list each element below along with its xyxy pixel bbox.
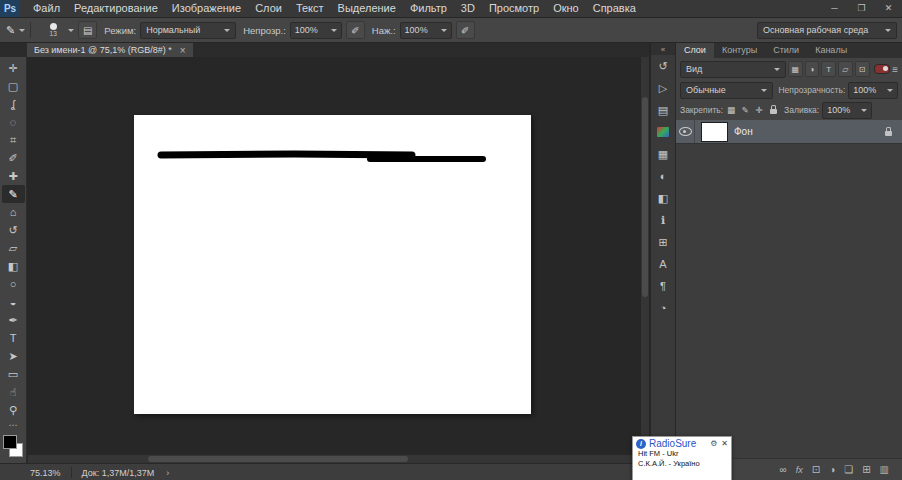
link-layers-icon[interactable]: ∞ bbox=[780, 464, 787, 475]
opacity-field[interactable]: 100% bbox=[290, 22, 342, 39]
history-brush-tool[interactable]: ↺ bbox=[2, 221, 25, 239]
airbrush-button[interactable]: ✐ bbox=[456, 21, 475, 39]
filter-pixel-layers-button[interactable]: ▦ bbox=[788, 61, 803, 77]
new-layer-icon[interactable]: ⊞ bbox=[862, 464, 870, 475]
history-panel-button[interactable]: ↺ bbox=[652, 55, 674, 77]
rectangle-tool[interactable]: ▭ bbox=[2, 365, 25, 383]
blend-mode-dropdown[interactable]: Нормальный bbox=[140, 22, 236, 39]
filter-type-layers-button[interactable]: T bbox=[821, 61, 836, 77]
scrollbar-thumb[interactable] bbox=[642, 97, 648, 297]
character-panel-button[interactable]: А bbox=[652, 253, 674, 275]
rectangular-marquee-tool[interactable]: ▢ bbox=[2, 77, 25, 95]
quick-selection-tool[interactable]: ◌ bbox=[2, 113, 25, 131]
filter-shape-layers-button[interactable]: ▱ bbox=[838, 61, 853, 77]
menu-window[interactable]: Окно bbox=[546, 0, 586, 17]
filter-smart-objects-button[interactable]: ⊡ bbox=[855, 61, 870, 77]
close-icon[interactable]: × bbox=[180, 45, 186, 56]
brush-tool[interactable]: ✎ bbox=[2, 185, 25, 203]
spot-healing-brush-tool[interactable]: ✚ bbox=[2, 167, 25, 185]
close-icon[interactable]: ✕ bbox=[721, 439, 728, 448]
canvas[interactable] bbox=[134, 115, 531, 414]
new-adjustment-layer-icon[interactable]: ◑ bbox=[829, 464, 835, 475]
add-layer-mask-icon[interactable]: ⊡ bbox=[812, 464, 820, 475]
fill-field[interactable]: 100% bbox=[822, 102, 872, 119]
layer-visibility-toggle[interactable] bbox=[676, 120, 695, 143]
brush-panel-toggle-button[interactable]: ▤ bbox=[78, 21, 97, 39]
dodge-tool[interactable]: ◒ bbox=[2, 293, 25, 311]
scrollbar-thumb[interactable] bbox=[148, 456, 408, 462]
menu-help[interactable]: Справка bbox=[586, 0, 643, 17]
lock-all-button[interactable] bbox=[767, 104, 779, 117]
menu-type[interactable]: Текст bbox=[289, 0, 331, 17]
new-group-icon[interactable]: ❏ bbox=[844, 464, 853, 475]
menu-3d[interactable]: 3D bbox=[454, 0, 482, 17]
styles-panel-button[interactable]: ◧ bbox=[652, 187, 674, 209]
menu-view[interactable]: Просмотр bbox=[482, 0, 546, 17]
edit-toolbar-button[interactable]: ⋯ bbox=[2, 419, 25, 431]
pressure-opacity-button[interactable]: ✐ bbox=[346, 21, 365, 39]
clone-stamp-tool[interactable]: ⌂ bbox=[2, 203, 25, 221]
pen-tool[interactable]: ✒ bbox=[2, 311, 25, 329]
hand-tool[interactable]: ☝ bbox=[2, 383, 25, 401]
menu-edit[interactable]: Редактирование bbox=[67, 0, 165, 17]
filter-adjustment-layers-button[interactable]: ◑ bbox=[805, 61, 820, 77]
menu-filter[interactable]: Фильтр bbox=[403, 0, 454, 17]
tab-paths[interactable]: Контуры bbox=[714, 43, 765, 58]
move-tool[interactable]: ✛ bbox=[2, 59, 25, 77]
flow-field[interactable]: 100% bbox=[400, 22, 452, 39]
minimize-icon[interactable]: ─ bbox=[821, 0, 848, 17]
tab-layers[interactable]: Слои bbox=[676, 43, 714, 58]
layer-opacity-field[interactable]: 100% bbox=[848, 82, 898, 99]
tab-channels[interactable]: Каналы bbox=[807, 43, 855, 58]
zoom-level-field[interactable]: 75.13% bbox=[30, 468, 61, 478]
expand-dock-button[interactable]: « bbox=[651, 43, 675, 55]
zoom-tool[interactable]: ⚲ bbox=[2, 401, 25, 419]
lock-transparency-button[interactable]: ▦ bbox=[725, 104, 737, 117]
canvas-area[interactable] bbox=[28, 57, 641, 455]
brush-preset-picker[interactable]: 13 bbox=[42, 23, 74, 37]
blur-tool[interactable]: ○ bbox=[2, 275, 25, 293]
menu-select[interactable]: Выделение bbox=[331, 0, 403, 17]
menu-file[interactable]: Файл bbox=[26, 0, 67, 17]
eraser-tool[interactable]: ▱ bbox=[2, 239, 25, 257]
vertical-scrollbar[interactable] bbox=[641, 57, 649, 455]
layer-effects-icon[interactable]: fx bbox=[796, 465, 803, 475]
adjustments-panel-button[interactable]: ◐ bbox=[652, 165, 674, 187]
lasso-tool[interactable]: ʆ bbox=[2, 95, 25, 113]
wrench-icon[interactable]: ⚙ bbox=[710, 439, 717, 448]
close-icon[interactable]: ✕ bbox=[875, 0, 902, 17]
menu-layers[interactable]: Слои bbox=[248, 0, 289, 17]
swatches-panel-button[interactable]: ▦ bbox=[652, 143, 674, 165]
delete-layer-icon[interactable]: ▥ bbox=[880, 464, 889, 475]
type-tool[interactable]: T bbox=[2, 329, 25, 347]
info-panel-button[interactable]: ℹ bbox=[652, 209, 674, 231]
menu-image[interactable]: Изображение bbox=[165, 0, 248, 17]
lock-pixels-button[interactable]: ✎ bbox=[739, 104, 751, 117]
color-panel-button[interactable] bbox=[652, 121, 674, 143]
paragraph-panel-button[interactable]: ¶ bbox=[652, 275, 674, 297]
document-tab[interactable]: Без имени-1 @ 75,1% (RGB/8#) * × bbox=[27, 43, 193, 57]
workspace-dropdown[interactable]: Основная рабочая среда bbox=[757, 22, 897, 39]
eyedropper-tool[interactable]: ✐ bbox=[2, 149, 25, 167]
horizontal-scrollbar[interactable] bbox=[28, 455, 641, 463]
panel-menu-icon[interactable]: ≡ bbox=[892, 64, 898, 75]
layer-blend-mode-dropdown[interactable]: Обычные bbox=[680, 82, 773, 99]
crop-tool[interactable]: ⌗ bbox=[2, 131, 25, 149]
histogram-panel-button[interactable]: ◔ bbox=[652, 297, 674, 319]
layer-row[interactable]: Фон bbox=[676, 120, 902, 144]
restore-icon[interactable]: ❐ bbox=[848, 0, 875, 17]
layer-filter-toggle[interactable] bbox=[874, 64, 891, 74]
tab-styles[interactable]: Стили bbox=[765, 43, 807, 58]
glyphs-panel-button[interactable]: ⊞ bbox=[652, 231, 674, 253]
status-menu-arrow-icon[interactable]: › bbox=[166, 468, 169, 478]
foreground-color-swatch[interactable] bbox=[3, 435, 17, 449]
libraries-panel-button[interactable]: ▤ bbox=[652, 99, 674, 121]
layer-thumbnail[interactable] bbox=[701, 122, 728, 142]
device-preview-panel-button[interactable]: ▷ bbox=[652, 77, 674, 99]
gradient-tool[interactable]: ◧ bbox=[2, 257, 25, 275]
layer-filter-kind-dropdown[interactable]: Вид bbox=[680, 61, 786, 78]
tool-preset-picker[interactable]: ✎ bbox=[6, 24, 25, 37]
lock-position-button[interactable]: ✛ bbox=[753, 104, 765, 117]
radiosure-popup[interactable]: i RadioSure ⚙ ✕ Hit FM - Ukr С.К.А.Й. - … bbox=[632, 436, 732, 480]
path-selection-tool[interactable]: ➤ bbox=[2, 347, 25, 365]
